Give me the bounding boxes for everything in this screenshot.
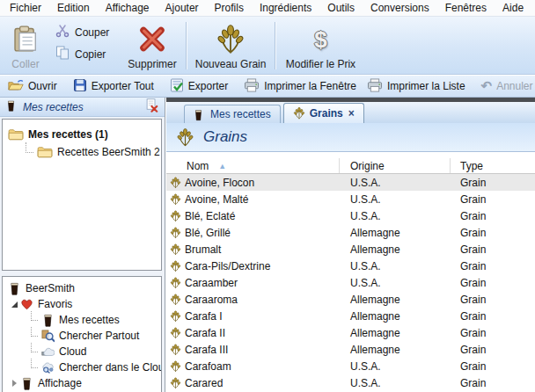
grain-origin: U.S.A.: [340, 360, 451, 373]
delete-label: Supprimer: [128, 58, 176, 71]
tab-strip: Mes recettes Grains ×: [166, 102, 535, 123]
mug-icon: [20, 376, 33, 390]
nav-item-label: Chercher Partout: [59, 330, 139, 342]
tree-item[interactable]: Recettes BeerSmith 2 (19): [3, 143, 161, 161]
menu-item[interactable]: Fenêtres: [437, 0, 495, 16]
panel-title-band: Grains: [166, 123, 535, 152]
column-header-type[interactable]: Type: [451, 158, 535, 173]
tree-item[interactable]: Mes recettes (1): [3, 126, 161, 143]
new-grain-button[interactable]: Nouveau Grain: [189, 18, 273, 73]
beer-mug-icon: [6, 98, 16, 115]
menu-item[interactable]: Profils: [207, 0, 252, 16]
table-row[interactable]: Avoine, Flocon U.S.A. Grain: [166, 174, 535, 191]
menu-item[interactable]: Fichier: [2, 0, 49, 16]
clipboard-icon: [12, 20, 39, 58]
table-row[interactable]: Cara-Pils/Dextrine U.S.A. Grain: [166, 258, 535, 274]
nav-item[interactable]: Affichage: [3, 375, 161, 391]
nav-item-label: Affichage: [38, 377, 82, 389]
grain-origin: Allemagne: [340, 327, 451, 339]
tab-label: Mes recettes: [210, 108, 271, 120]
column-header-origine[interactable]: Origine: [340, 158, 451, 173]
table-row[interactable]: Carared U.S.A. Grain: [166, 374, 535, 391]
search-icon: [41, 329, 55, 343]
undo-button[interactable]: ↶ Annuler: [476, 80, 535, 92]
table-row[interactable]: Carafa I Allemagne Grain: [166, 308, 535, 324]
menu-item[interactable]: Aide: [495, 0, 531, 16]
grain-type: Grain: [451, 310, 535, 323]
print-window-button[interactable]: Imprimer la Fenêtre: [238, 78, 362, 95]
delete-button[interactable]: Supprimer: [121, 18, 182, 73]
table-row[interactable]: Avoine, Malté U.S.A. Grain: [166, 191, 535, 207]
export-label: Exporter: [188, 80, 228, 92]
open-button[interactable]: Ouvrir: [3, 78, 62, 95]
menu-bar: FichierEditionAffichageAjouterProfilsIng…: [0, 0, 535, 17]
menu-item[interactable]: Affichage: [98, 0, 158, 16]
column-label: Nom: [187, 160, 209, 172]
grain-name: Blé, Grillé: [185, 227, 231, 239]
table-row[interactable]: Carafoam U.S.A. Grain: [166, 358, 535, 374]
tree-connector: [31, 343, 38, 352]
nav-item[interactable]: Cloud: [3, 344, 161, 359]
table-row[interactable]: Brumalt Allemagne Grain: [166, 241, 535, 258]
grain-type: Grain: [451, 210, 535, 222]
grain-type: Grain: [451, 327, 535, 339]
main-panel: Mes recettes Grains × Grains Nom ▲ Origi…: [166, 98, 535, 392]
table-row[interactable]: Caraamber U.S.A. Grain: [166, 274, 535, 291]
grain-icon: [170, 193, 181, 206]
tree-connector: [31, 359, 38, 368]
tab-grains[interactable]: Grains ×: [283, 103, 364, 123]
table-row[interactable]: Carafa III Allemagne Grain: [166, 341, 535, 358]
tree-item-label: Recettes BeerSmith 2 (19): [57, 146, 162, 158]
menu-item[interactable]: Conversions: [363, 0, 437, 16]
grain-origin: Allemagne: [340, 344, 451, 356]
grain-sheaf-icon: [176, 128, 194, 147]
grain-name: Carafoam: [185, 360, 231, 373]
grain-type: Grain: [451, 243, 535, 256]
copy-button[interactable]: Copier: [55, 46, 109, 62]
tab-mes-recettes[interactable]: Mes recettes: [184, 105, 281, 123]
column-header-nom[interactable]: Nom ▲: [166, 158, 340, 173]
nav-item[interactable]: Favoris: [3, 296, 161, 312]
red-x-icon: [139, 20, 165, 58]
grain-origin: Allemagne: [340, 294, 451, 306]
print-list-label: Imprimer la Liste: [387, 80, 465, 92]
grain-name: Carared: [185, 377, 223, 389]
expander-icon[interactable]: [8, 380, 20, 387]
grain-origin: U.S.A.: [340, 260, 451, 272]
grain-icon: [170, 360, 181, 373]
menu-item[interactable]: Outils: [319, 0, 363, 16]
menu-item[interactable]: Ingrédients: [252, 0, 319, 16]
export-all-button[interactable]: Exporter Tout: [68, 78, 159, 95]
cut-button[interactable]: Couper: [55, 24, 109, 40]
table-row[interactable]: Blé, Eclaté U.S.A. Grain: [166, 207, 535, 224]
table-row[interactable]: Blé, Grillé Allemagne Grain: [166, 224, 535, 241]
copy-label: Copier: [75, 48, 106, 61]
print-list-button[interactable]: Imprimer la Liste: [362, 78, 471, 95]
menu-item[interactable]: Ajouter: [158, 0, 207, 16]
expander-icon[interactable]: [8, 301, 20, 308]
edit-price-button[interactable]: $ Modifier le Prix: [278, 18, 363, 73]
nav-item[interactable]: Chercher Partout: [3, 328, 161, 344]
nav-item[interactable]: BeerSmith: [3, 280, 161, 296]
sidebar-header: Mes recettes: [0, 98, 165, 117]
remove-list-icon[interactable]: [144, 98, 158, 115]
menu-item[interactable]: Edition: [49, 0, 98, 16]
edit-price-label: Modifier le Prix: [286, 58, 355, 71]
open-label: Ouvrir: [28, 80, 57, 92]
column-label: Type: [460, 160, 483, 172]
grain-type: Grain: [451, 260, 535, 272]
table-row[interactable]: Caraaroma Allemagne Grain: [166, 291, 535, 308]
tab-close-icon[interactable]: ×: [348, 107, 355, 120]
nav-item[interactable]: Mes recettes: [3, 312, 161, 328]
nav-item-label: Favoris: [38, 298, 72, 310]
cloud-icon: [41, 345, 55, 359]
table-row[interactable]: Carafa II Allemagne Grain: [166, 324, 535, 341]
nav-item[interactable]: Chercher dans le Clou: [3, 359, 161, 375]
toolbar-separator: [186, 22, 187, 69]
tree-item-label: Mes recettes (1): [28, 128, 108, 141]
paste-button[interactable]: Coller: [3, 18, 48, 73]
grain-name: Cara-Pils/Dextrine: [185, 260, 270, 272]
grain-type: Grain: [451, 344, 535, 356]
export-button[interactable]: Exporter: [165, 78, 233, 95]
grain-origin: Allemagne: [340, 227, 451, 239]
